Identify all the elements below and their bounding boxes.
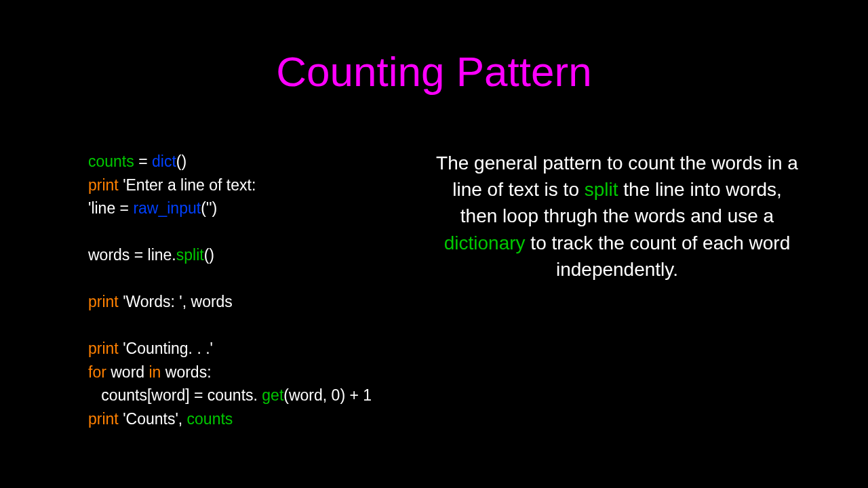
code-builtin: raw_input: [133, 199, 201, 217]
desc-highlight: split: [585, 179, 618, 200]
code-text: (): [176, 152, 186, 170]
code-text: (word, 0) + 1: [283, 386, 372, 404]
code-method: split: [176, 246, 204, 264]
code-keyword: in: [149, 363, 161, 381]
code-text: (''): [201, 199, 217, 217]
code-keyword: print: [88, 176, 119, 194]
code-text: (): [204, 246, 214, 264]
code-text: 'line =: [88, 199, 133, 217]
code-builtin: dict: [152, 152, 176, 170]
code-keyword: for: [88, 363, 106, 381]
code-keyword: print: [88, 340, 119, 357]
code-var: counts: [88, 152, 134, 170]
code-text: word: [106, 363, 149, 381]
code-text: 'Counting. . .': [119, 340, 213, 357]
code-text: 'Words: ', words: [119, 293, 233, 310]
code-text: =: [134, 152, 152, 170]
slide-title: Counting Pattern: [41, 47, 827, 96]
code-keyword: print: [88, 410, 119, 428]
code-text: counts[word] = counts.: [88, 386, 262, 404]
code-method: get: [262, 386, 283, 404]
content-row: counts = dict() print 'Enter a line of t…: [41, 150, 827, 430]
desc-text: to track the count of each word independ…: [526, 232, 791, 280]
code-text: 'Enter a line of text:: [119, 176, 256, 194]
code-keyword: print: [88, 293, 119, 310]
code-var: counts: [187, 410, 233, 428]
desc-highlight: dictionary: [444, 232, 526, 253]
description: The general pattern to count the words i…: [420, 150, 827, 430]
code-block: counts = dict() print 'Enter a line of t…: [41, 150, 393, 430]
code-text: 'Counts',: [119, 410, 187, 428]
slide: Counting Pattern counts = dict() print '…: [0, 0, 868, 488]
code-text: words:: [161, 363, 211, 381]
code-text: words = line.: [88, 246, 176, 264]
